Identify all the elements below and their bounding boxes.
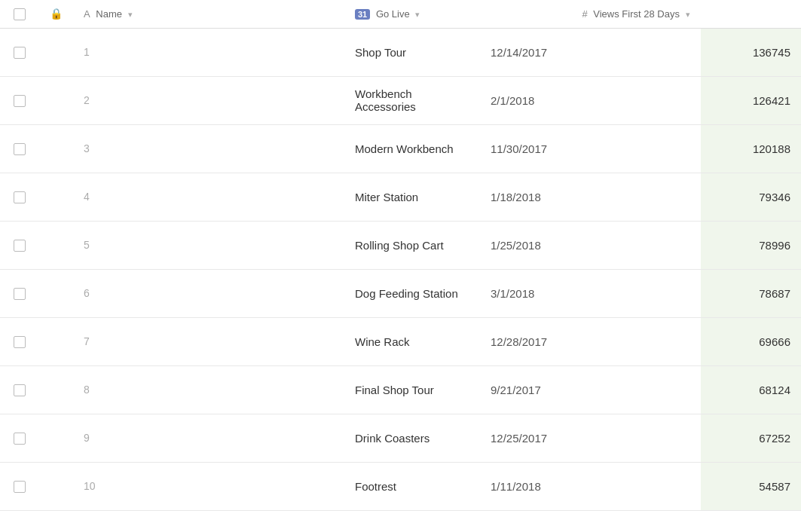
row-name: Drink Coasters <box>344 414 480 462</box>
row-golive: 2/1/2018 <box>480 76 701 124</box>
row-checkbox[interactable] <box>14 47 26 59</box>
row-checkbox-cell[interactable] <box>0 28 39 76</box>
golive-column-header[interactable]: 31 Go Live ▾ <box>344 0 480 28</box>
row-rank: 9 <box>73 414 344 462</box>
calendar-icon: 31 <box>355 9 370 20</box>
table-row[interactable]: 1 Shop Tour 12/14/2017 136745 <box>0 28 801 76</box>
row-lock-cell <box>39 462 73 510</box>
row-views: 79346 <box>701 173 801 221</box>
views-column-header[interactable]: # Views First 28 Days ▾ <box>480 0 701 28</box>
table-row[interactable]: 6 Dog Feeding Station 3/1/2018 78687 <box>0 269 801 317</box>
hash-icon: # <box>582 8 587 20</box>
name-column-label: Name <box>96 8 122 20</box>
row-views: 54587 <box>701 462 801 510</box>
lock-header: 🔒 <box>39 0 73 28</box>
golive-sort-arrow[interactable]: ▾ <box>415 10 420 20</box>
row-lock-cell <box>39 124 73 173</box>
row-name: Miter Station <box>344 173 480 221</box>
row-rank: 1 <box>73 28 344 76</box>
row-lock-cell <box>39 173 73 221</box>
row-name: Dog Feeding Station <box>344 269 480 317</box>
row-name: Workbench Accessories <box>344 76 480 124</box>
row-checkbox[interactable] <box>14 143 26 155</box>
views-sort-arrow[interactable]: ▾ <box>686 10 690 20</box>
row-checkbox[interactable] <box>14 191 26 203</box>
table-row[interactable]: 7 Wine Rack 12/28/2017 69666 <box>0 317 801 365</box>
row-checkbox[interactable] <box>14 481 26 493</box>
table-row[interactable]: 9 Drink Coasters 12/25/2017 67252 <box>0 414 801 462</box>
row-lock-cell <box>39 365 73 414</box>
table-row[interactable]: 10 Footrest 1/11/2018 54587 <box>0 462 801 510</box>
row-name: Shop Tour <box>344 28 480 76</box>
row-checkbox[interactable] <box>14 95 26 107</box>
row-golive: 1/25/2018 <box>480 221 701 269</box>
row-name: Wine Rack <box>344 317 480 365</box>
row-lock-cell <box>39 317 73 365</box>
row-views: 78687 <box>701 269 801 317</box>
row-views: 68124 <box>701 365 801 414</box>
row-checkbox-cell[interactable] <box>0 76 39 124</box>
row-checkbox-cell[interactable] <box>0 365 39 414</box>
row-checkbox[interactable] <box>14 336 26 348</box>
row-rank: 10 <box>73 462 344 510</box>
row-name: Final Shop Tour <box>344 365 480 414</box>
row-checkbox-cell[interactable] <box>0 173 39 221</box>
table-row[interactable]: 8 Final Shop Tour 9/21/2017 68124 <box>0 365 801 414</box>
table-row[interactable]: 3 Modern Workbench 11/30/2017 120188 <box>0 124 801 173</box>
row-lock-cell <box>39 76 73 124</box>
row-checkbox-cell[interactable] <box>0 124 39 173</box>
row-rank: 2 <box>73 76 344 124</box>
main-table: 🔒 A Name ▾ 31 Go Live ▾ # Views First 28… <box>0 0 801 511</box>
row-golive: 1/11/2018 <box>480 462 701 510</box>
row-golive: 12/14/2017 <box>480 28 701 76</box>
table-row[interactable]: 4 Miter Station 1/18/2018 79346 <box>0 173 801 221</box>
views-column-label: Views First 28 Days <box>593 8 680 20</box>
row-checkbox-cell[interactable] <box>0 414 39 462</box>
row-golive: 3/1/2018 <box>480 269 701 317</box>
row-lock-cell <box>39 414 73 462</box>
row-rank: 4 <box>73 173 344 221</box>
row-golive: 1/18/2018 <box>480 173 701 221</box>
row-name: Modern Workbench <box>344 124 480 173</box>
row-rank: 7 <box>73 317 344 365</box>
row-lock-cell <box>39 221 73 269</box>
row-checkbox[interactable] <box>14 384 26 396</box>
checkbox-header[interactable] <box>0 0 39 28</box>
row-lock-cell <box>39 28 73 76</box>
row-rank: 6 <box>73 269 344 317</box>
table-body: 1 Shop Tour 12/14/2017 136745 2 Workbenc… <box>0 28 801 510</box>
row-golive: 9/21/2017 <box>480 365 701 414</box>
row-checkbox-cell[interactable] <box>0 317 39 365</box>
table-row[interactable]: 2 Workbench Accessories 2/1/2018 126421 <box>0 76 801 124</box>
name-column-header[interactable]: A Name ▾ <box>73 0 344 28</box>
row-checkbox-cell[interactable] <box>0 269 39 317</box>
row-name: Footrest <box>344 462 480 510</box>
select-all-checkbox[interactable] <box>14 8 26 20</box>
row-checkbox[interactable] <box>14 240 26 252</box>
table-row[interactable]: 5 Rolling Shop Cart 1/25/2018 78996 <box>0 221 801 269</box>
row-name: Rolling Shop Cart <box>344 221 480 269</box>
row-rank: 5 <box>73 221 344 269</box>
row-checkbox-cell[interactable] <box>0 221 39 269</box>
row-lock-cell <box>39 269 73 317</box>
row-golive: 11/30/2017 <box>480 124 701 173</box>
row-views: 120188 <box>701 124 801 173</box>
row-rank: 3 <box>73 124 344 173</box>
row-views: 69666 <box>701 317 801 365</box>
row-rank: 8 <box>73 365 344 414</box>
row-views: 78996 <box>701 221 801 269</box>
row-views: 67252 <box>701 414 801 462</box>
text-type-icon: A <box>84 8 90 20</box>
name-sort-arrow[interactable]: ▾ <box>128 10 133 20</box>
row-checkbox-cell[interactable] <box>0 462 39 510</box>
lock-icon: 🔒 <box>50 8 63 20</box>
row-views: 126421 <box>701 76 801 124</box>
row-golive: 12/25/2017 <box>480 414 701 462</box>
golive-column-label: Go Live <box>376 8 410 20</box>
row-golive: 12/28/2017 <box>480 317 701 365</box>
row-checkbox[interactable] <box>14 433 26 445</box>
row-checkbox[interactable] <box>14 288 26 300</box>
table-header: 🔒 A Name ▾ 31 Go Live ▾ # Views First 28… <box>0 0 801 28</box>
row-views: 136745 <box>701 28 801 76</box>
